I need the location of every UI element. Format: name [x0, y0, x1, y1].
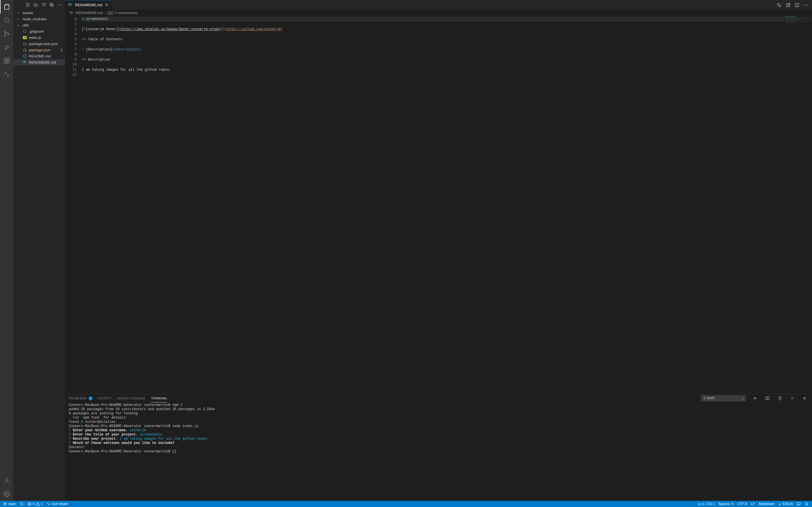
chevron-up-icon[interactable]	[789, 395, 796, 402]
status-eol[interactable]: LF	[750, 502, 756, 506]
editor-tabs: RENAMEME.md	[65, 0, 812, 10]
breadcrumb[interactable]: RENAMEME.md › abc # screenshots	[65, 10, 812, 16]
status-language[interactable]: Markdown	[758, 502, 775, 506]
file-icon	[22, 60, 27, 64]
panel-tab-debug[interactable]: DEBUG CONSOLE	[117, 394, 146, 402]
file--gitignore[interactable]: .gitignore	[13, 28, 65, 34]
file-icon	[22, 54, 27, 58]
activity-explorer-icon[interactable]	[0, 0, 13, 13]
file-package-lock-json[interactable]: { }package-lock.json	[13, 41, 65, 47]
tab-renameme[interactable]: RENAMEME.md	[65, 0, 112, 10]
split-terminal-icon[interactable]	[764, 395, 771, 402]
file-readme-md[interactable]: README.md	[13, 53, 65, 59]
status-liveshare[interactable]: Live Share	[45, 502, 69, 506]
close-panel-icon[interactable]	[801, 395, 808, 402]
file-label: assets	[22, 11, 33, 15]
activity-extensions-icon[interactable]	[0, 54, 13, 68]
activity-search-icon[interactable]	[0, 13, 13, 27]
open-preview-icon[interactable]	[784, 1, 792, 9]
status-feedback-icon[interactable]	[796, 502, 802, 506]
svg-point-1	[4, 32, 6, 33]
compare-changes-icon[interactable]	[775, 1, 783, 9]
status-bar: main 0 1 Live Share Ln 1, Col 1 Spaces: …	[0, 501, 812, 507]
svg-point-23	[804, 4, 805, 5]
refresh-icon[interactable]	[41, 2, 47, 8]
status-eslint[interactable]: ESLint	[777, 502, 794, 506]
file-icon	[22, 29, 27, 34]
svg-point-13	[58, 4, 58, 5]
svg-point-9	[6, 478, 8, 481]
chevron-right-icon: ›	[17, 23, 21, 27]
status-indent[interactable]: Spaces: 4	[717, 502, 734, 506]
folder-utils[interactable]: ›utils	[13, 22, 65, 28]
file-label: README.md	[29, 54, 50, 58]
file-label: index.js	[29, 36, 41, 40]
activity-scm-icon[interactable]	[0, 27, 13, 41]
svg-point-2	[4, 35, 6, 36]
more-icon[interactable]	[56, 2, 63, 8]
file-label: .gitignore	[29, 29, 44, 34]
line-gutter: 123456789101112	[65, 16, 82, 394]
terminal-body[interactable]: Conners-MacBook-Pro:README-Generator con…	[65, 402, 812, 501]
svg-rect-7	[7, 61, 9, 63]
file-tree: ›assets›node_modules›utils.gitignoreJSin…	[13, 10, 65, 501]
file-index-js[interactable]: JSindex.js	[13, 34, 65, 41]
file-icon: { }	[22, 48, 27, 52]
file-renameme-md[interactable]: RENAMEME.md	[13, 59, 65, 65]
svg-point-3	[8, 33, 9, 35]
svg-point-18	[777, 3, 778, 4]
collapse-icon[interactable]	[49, 2, 55, 8]
bottom-panel: PROBLEMS 1 OUTPUT DEBUG CONSOLE TERMINAL…	[65, 394, 812, 501]
editor-more-icon[interactable]	[802, 1, 810, 9]
markdown-icon	[68, 3, 73, 6]
breadcrumb-heading: # screenshots	[115, 11, 138, 15]
svg-point-21	[789, 4, 790, 5]
svg-point-4	[5, 49, 6, 49]
activity-account-icon[interactable]	[0, 474, 13, 487]
file-label: RENAMEME.md	[29, 60, 56, 64]
status-encoding[interactable]: UTF-8	[736, 502, 748, 506]
split-editor-icon[interactable]	[794, 1, 801, 9]
explorer-header	[13, 0, 65, 10]
folder-node_modules[interactable]: ›node_modules	[13, 16, 65, 22]
activity-bar	[0, 0, 13, 501]
heading-icon: abc	[107, 11, 113, 15]
new-file-icon[interactable]	[25, 2, 31, 8]
status-branch[interactable]: main	[2, 502, 17, 506]
svg-point-10	[6, 493, 8, 495]
chevron-right-icon: ›	[17, 11, 21, 15]
modified-badge: 1	[61, 48, 63, 52]
status-problems[interactable]: 0 1	[27, 502, 44, 506]
panel-tab-problems[interactable]: PROBLEMS 1	[69, 394, 93, 402]
new-folder-icon[interactable]	[33, 2, 39, 8]
svg-rect-5	[4, 58, 6, 61]
activity-settings-icon[interactable]	[0, 487, 13, 501]
folder-assets[interactable]: ›assets	[13, 10, 65, 16]
file-label: utils	[22, 23, 29, 27]
file-package-json[interactable]: { }package.json1	[13, 47, 65, 53]
panel-tab-output[interactable]: OUTPUT	[98, 394, 112, 402]
file-label: package.json	[29, 48, 50, 52]
terminal-select[interactable]: 1: bash ⌄	[701, 395, 746, 401]
code-editor[interactable]: # screenshots[![connerjm Owner](https://…	[82, 16, 812, 394]
close-icon[interactable]	[105, 3, 109, 7]
chevron-down-icon: ⌄	[741, 396, 744, 400]
explorer-sidebar: ›assets›node_modules›utils.gitignoreJSin…	[13, 0, 65, 501]
new-terminal-icon[interactable]	[752, 395, 758, 402]
file-icon: { }	[22, 41, 27, 46]
status-bell-icon[interactable]	[804, 502, 810, 506]
activity-debug-icon[interactable]	[0, 41, 13, 54]
svg-rect-8	[7, 58, 10, 60]
activity-liveshare-icon[interactable]	[0, 68, 13, 81]
kill-terminal-icon[interactable]	[776, 395, 783, 402]
markdown-icon	[70, 11, 74, 14]
chevron-right-icon: ›	[105, 11, 106, 15]
status-sync[interactable]	[18, 502, 25, 506]
svg-point-28	[4, 504, 5, 506]
svg-point-27	[4, 503, 5, 504]
status-cursor[interactable]: Ln 1, Col 1	[697, 502, 716, 506]
svg-point-0	[4, 18, 8, 22]
chevron-right-icon: ›	[17, 17, 21, 21]
svg-point-24	[806, 4, 806, 5]
panel-tab-terminal[interactable]: TERMINAL	[151, 394, 167, 402]
